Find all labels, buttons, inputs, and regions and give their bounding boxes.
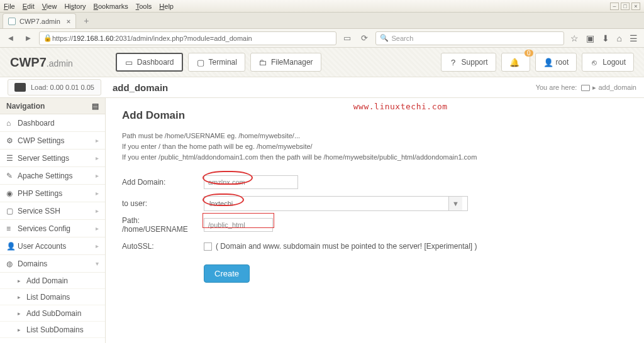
terminal-button[interactable]: ▢Terminal bbox=[188, 53, 245, 72]
sidebar: Navigation▤ ⌂Dashboard ⚙CWP Settings▸ ☰S… bbox=[0, 98, 106, 343]
app-page: CWP7.admin ▭Dashboard ▢Terminal 🗀FileMan… bbox=[0, 48, 644, 343]
subnav-list-domains[interactable]: ▸List Domains bbox=[0, 289, 105, 305]
breadcrumb: You are here: ▸ add_domain bbox=[536, 84, 636, 92]
chevron-right-icon: ▸ bbox=[96, 190, 99, 197]
search-placeholder: Search bbox=[392, 35, 414, 42]
forward-button[interactable]: ► bbox=[21, 31, 35, 45]
search-icon: 🔍 bbox=[380, 34, 389, 42]
back-button[interactable]: ◄ bbox=[4, 31, 18, 45]
label-add-domain: Add Domain: bbox=[122, 178, 204, 187]
content-title: Add Domain bbox=[122, 109, 628, 122]
window-controls[interactable]: –□× bbox=[608, 2, 640, 10]
label-path: Path: /home/USERNAME bbox=[122, 216, 204, 234]
browser-tab[interactable]: CWP7.admin × bbox=[3, 13, 76, 28]
php-icon: ◉ bbox=[6, 189, 18, 198]
brand-logo[interactable]: CWP7.admin bbox=[10, 55, 73, 70]
menu-history[interactable]: History bbox=[64, 3, 86, 10]
chevron-right-icon: ▸ bbox=[96, 137, 99, 144]
chevron-right-icon: ▸ bbox=[96, 207, 99, 214]
hamburger-icon[interactable]: ☰ bbox=[630, 33, 638, 43]
autossl-note: ( Domain and www. subdomain must be poin… bbox=[216, 242, 477, 251]
logout-button[interactable]: ⎋Logout bbox=[582, 53, 634, 72]
watermark-text: www.linuxtechi.com bbox=[353, 102, 448, 111]
browser-tabstrip: CWP7.admin × + bbox=[0, 13, 644, 29]
cogs-icon: ⚙ bbox=[6, 136, 18, 145]
menu-tools[interactable]: Tools bbox=[136, 3, 152, 10]
nav-user-accounts[interactable]: 👤User Accounts▸ bbox=[0, 237, 105, 255]
nav-cwp-settings[interactable]: ⚙CWP Settings▸ bbox=[0, 132, 105, 150]
tab-close-icon[interactable]: × bbox=[67, 18, 70, 25]
url-bar[interactable]: 🔒 https:// 192.168.1.60 :2031/admin/inde… bbox=[39, 31, 336, 45]
tab-title: CWP7.admin bbox=[19, 18, 60, 25]
label-to-user: to user: bbox=[122, 199, 204, 208]
app-header: CWP7.admin ▭Dashboard ▢Terminal 🗀FileMan… bbox=[0, 48, 644, 77]
nav-domains[interactable]: ◍Domains▾ bbox=[0, 255, 105, 273]
menu-bookmarks[interactable]: Bookmarks bbox=[94, 3, 128, 10]
chevron-right-icon: ▸ bbox=[96, 155, 99, 161]
reload-button[interactable]: ⟳ bbox=[358, 31, 372, 45]
globe-icon: ◍ bbox=[6, 259, 18, 268]
help-text: Path must be /home/USERNAME eg. /home/my… bbox=[122, 131, 628, 163]
disk-icon bbox=[14, 83, 26, 92]
menu-edit[interactable]: Edit bbox=[23, 3, 35, 10]
nav-dashboard[interactable]: ⌂Dashboard bbox=[0, 114, 105, 132]
reader-icon[interactable]: ▭ bbox=[340, 31, 354, 45]
favicon-icon bbox=[8, 18, 16, 25]
pocket-icon[interactable]: ▣ bbox=[586, 33, 594, 43]
nav-php-settings[interactable]: ◉PHP Settings▸ bbox=[0, 185, 105, 202]
url-host: 192.168.1.60 bbox=[73, 35, 113, 42]
bell-icon: 🔔 bbox=[509, 58, 518, 67]
user-button[interactable]: 👤root bbox=[535, 53, 577, 72]
user-select[interactable]: lnxtechi ▼ bbox=[204, 196, 468, 211]
bookmark-star-icon[interactable]: ☆ bbox=[570, 33, 579, 43]
terminal-icon: ▢ bbox=[6, 207, 18, 215]
question-icon: ? bbox=[449, 58, 458, 67]
breadcrumb-bar: Load: 0.00 0.01 0.05 add_domain You are … bbox=[0, 77, 644, 98]
nav-services-config[interactable]: ≡Services Config▸ bbox=[0, 220, 105, 237]
menu-file[interactable]: File bbox=[4, 3, 15, 10]
downloads-icon[interactable]: ⬇ bbox=[602, 33, 609, 43]
user-select-value: lnxtechi bbox=[209, 200, 233, 207]
user-icon: 👤 bbox=[6, 242, 18, 251]
nav-server-settings[interactable]: ☰Server Settings▸ bbox=[0, 150, 105, 167]
subnav-list-subdomains[interactable]: ▸List SubDomains bbox=[0, 322, 105, 338]
chevron-down-icon: ▾ bbox=[96, 260, 99, 267]
load-indicator: Load: 0.00 0.01 0.05 bbox=[8, 79, 101, 95]
collapse-icon[interactable]: ▤ bbox=[92, 102, 99, 111]
breadcrumb-link[interactable]: add_domain bbox=[598, 84, 636, 91]
user-icon: 👤 bbox=[543, 58, 552, 67]
nav-ssh[interactable]: ▢Service SSH▸ bbox=[0, 202, 105, 220]
sliders-icon: ≡ bbox=[6, 224, 18, 233]
url-scheme: https:// bbox=[52, 35, 73, 42]
create-button[interactable]: Create bbox=[204, 264, 250, 283]
url-rest: :2031/admin/index.php?module=add_domain bbox=[113, 35, 252, 42]
main-content: www.linuxtechi.com Add Domain Path must … bbox=[106, 98, 644, 343]
subnav-add-subdomain[interactable]: ▸Add SubDomain bbox=[0, 305, 105, 322]
domain-input[interactable] bbox=[204, 175, 298, 189]
filemanager-button[interactable]: 🗀FileManager bbox=[250, 53, 321, 72]
new-tab-button[interactable]: + bbox=[79, 16, 94, 28]
support-button[interactable]: ?Support bbox=[441, 53, 496, 72]
menu-view[interactable]: View bbox=[42, 3, 57, 10]
dropdown-icon: ▼ bbox=[448, 197, 462, 210]
server-icon: ☰ bbox=[6, 154, 18, 163]
dashboard-icon: ▭ bbox=[125, 58, 133, 67]
subnav-add-domain[interactable]: ▸Add Domain bbox=[0, 273, 105, 289]
feather-icon: ✎ bbox=[6, 172, 18, 180]
notifications-button[interactable]: 🔔0 bbox=[501, 53, 530, 72]
lock-icon: 🔒 bbox=[43, 34, 52, 42]
browser-search[interactable]: 🔍 Search bbox=[375, 31, 564, 45]
nav-apache-settings[interactable]: ✎Apache Settings▸ bbox=[0, 167, 105, 185]
home-icon[interactable]: ⌂ bbox=[617, 33, 622, 43]
label-autossl: AutoSSL: bbox=[122, 242, 204, 251]
path-input[interactable] bbox=[204, 218, 273, 232]
dashboard-button[interactable]: ▭Dashboard bbox=[116, 53, 183, 72]
browser-toolbar: ◄ ► 🔒 https:// 192.168.1.60 :2031/admin/… bbox=[0, 29, 644, 48]
home-icon: ⌂ bbox=[6, 119, 18, 128]
chevron-right-icon: ▸ bbox=[96, 172, 99, 179]
menu-help[interactable]: Help bbox=[159, 3, 174, 10]
notification-count: 0 bbox=[525, 50, 533, 57]
monitor-icon bbox=[581, 85, 590, 91]
autossl-checkbox[interactable] bbox=[204, 242, 212, 251]
chevron-right-icon: ▸ bbox=[96, 225, 99, 232]
